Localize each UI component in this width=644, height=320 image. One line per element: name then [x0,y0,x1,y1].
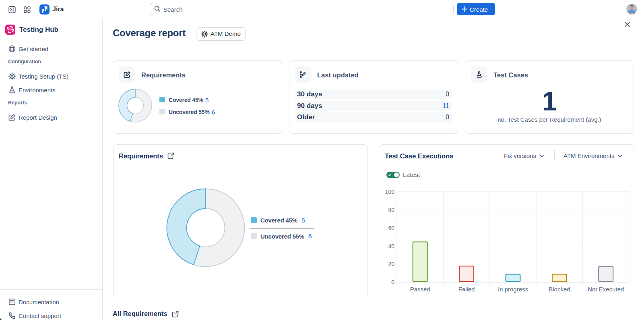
svg-text:80: 80 [388,207,394,213]
svg-text:Blocked: Blocked [549,286,570,293]
svg-text:Not Executed: Not Executed [588,286,624,293]
svg-text:100: 100 [385,189,395,195]
svg-text:40: 40 [388,243,394,249]
svg-text:Passed: Passed [410,286,430,293]
svg-text:Failed: Failed [458,286,475,293]
svg-text:In progress: In progress [498,286,528,293]
svg-text:ATM: ATM [8,28,12,31]
svg-text:0: 0 [391,279,394,285]
svg-text:20: 20 [388,261,394,267]
svg-text:60: 60 [388,225,394,231]
